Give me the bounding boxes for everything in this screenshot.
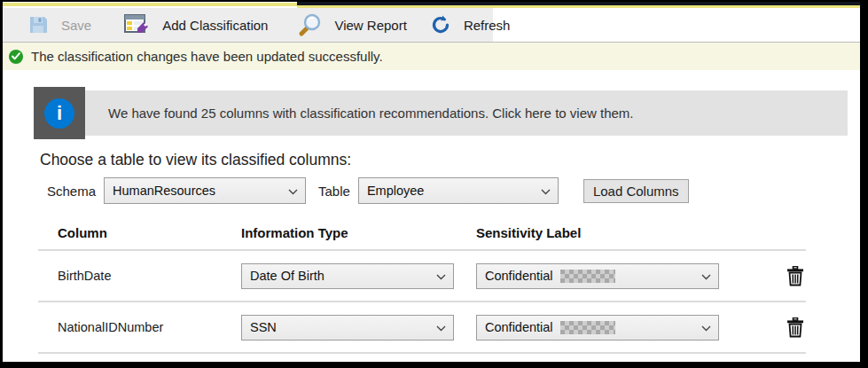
delete-classification-button[interactable] xyxy=(785,266,806,286)
table-dropdown[interactable]: Employee xyxy=(358,177,559,204)
chevron-down-icon xyxy=(701,320,711,334)
top-accent-yellow-right xyxy=(297,5,860,8)
chevron-down-icon xyxy=(436,320,446,334)
table-dropdown-value: Employee xyxy=(367,184,424,198)
schema-dropdown[interactable]: HumanResources xyxy=(104,177,306,204)
sensitivity-label-header: Sensitivity Label xyxy=(476,225,753,240)
chevron-down-icon xyxy=(541,184,551,198)
save-button[interactable]: Save xyxy=(27,14,91,35)
chevron-down-icon xyxy=(436,269,446,283)
trash-icon xyxy=(786,317,804,338)
schema-dropdown-value: HumanResources xyxy=(113,184,215,198)
load-columns-button[interactable]: Load Columns xyxy=(583,179,689,203)
information-type-dropdown[interactable]: Date Of Birth xyxy=(241,263,454,289)
add-classification-icon xyxy=(123,12,150,37)
info-icon-tile: i xyxy=(34,87,85,139)
row-divider xyxy=(38,352,806,354)
information-type-value: Date Of Birth xyxy=(250,269,325,283)
data-classification-pane: Save Add Classification xyxy=(0,0,868,368)
column-name: BirthDate xyxy=(58,269,241,283)
top-accent-yellow-left xyxy=(3,3,297,6)
refresh-label: Refresh xyxy=(464,18,511,33)
redacted-text-blur xyxy=(560,321,615,334)
sensitivity-label-value: Confidential xyxy=(485,269,553,283)
magnifier-icon xyxy=(298,13,322,37)
table-row: NationalIDNumber SSN Confidential xyxy=(38,302,806,352)
info-icon: i xyxy=(44,98,74,129)
sensitivity-label-dropdown[interactable]: Confidential xyxy=(476,315,719,341)
picker-row: Schema HumanResources Table Employee Loa… xyxy=(47,177,860,204)
information-type-value: SSN xyxy=(250,320,277,334)
information-type-dropdown[interactable]: SSN xyxy=(241,315,454,341)
chevron-down-icon xyxy=(701,269,711,283)
redacted-text-blur xyxy=(560,270,615,283)
table-row: BirthDate Date Of Birth Confidential xyxy=(38,251,806,301)
information-type-header: Information Type xyxy=(241,225,476,240)
refresh-button[interactable]: Refresh xyxy=(430,14,511,35)
refresh-icon xyxy=(430,14,451,35)
sensitivity-label-dropdown[interactable]: Confidential xyxy=(476,263,719,289)
toolbar-row: Save Add Classification xyxy=(3,8,860,43)
recommendations-message[interactable]: We have found 25 columns with classifica… xyxy=(85,90,848,136)
sensitivity-label-value: Confidential xyxy=(485,320,553,334)
toolbar: Save Add Classification xyxy=(3,8,493,42)
view-report-label: View Report xyxy=(334,18,406,33)
save-label: Save xyxy=(61,18,91,33)
column-header: Column xyxy=(58,225,241,240)
page-title: Choose a table to view its classified co… xyxy=(40,151,860,169)
schema-label: Schema xyxy=(47,184,96,199)
status-bar: The classification changes have been upd… xyxy=(3,43,860,70)
add-classification-label: Add Classification xyxy=(162,18,268,33)
table-label: Table xyxy=(318,184,350,199)
delete-classification-button[interactable] xyxy=(785,317,806,338)
view-report-button[interactable]: View Report xyxy=(298,13,406,37)
recommendations-banner[interactable]: i We have found 25 columns with classifi… xyxy=(34,87,860,139)
table-header-row: Column Information Type Sensitivity Labe… xyxy=(38,225,806,249)
status-message: The classification changes have been upd… xyxy=(31,49,383,64)
top-accent-strip xyxy=(3,2,860,8)
classified-columns-table: Column Information Type Sensitivity Labe… xyxy=(38,225,806,354)
chevron-down-icon xyxy=(288,184,298,198)
success-check-icon xyxy=(9,50,23,64)
column-name: NationalIDNumber xyxy=(58,320,241,334)
save-icon xyxy=(27,14,49,35)
add-classification-button[interactable]: Add Classification xyxy=(123,12,268,37)
trash-icon xyxy=(786,266,804,286)
